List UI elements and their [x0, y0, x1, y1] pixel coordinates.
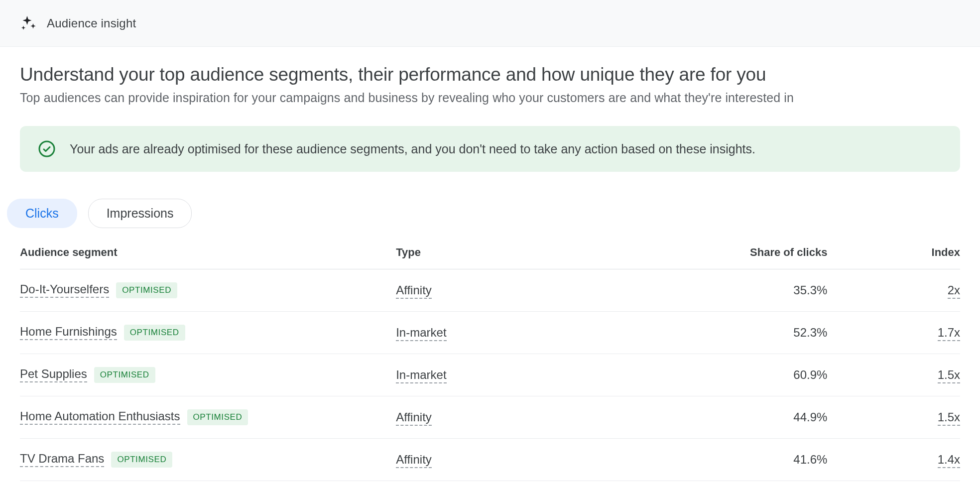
cell-segment: Do-It-YourselfersOPTIMISED [20, 269, 396, 312]
col-header-index: Index [847, 237, 960, 269]
banner-text: Your ads are already optimised for these… [70, 142, 755, 156]
cell-type: Affinity [396, 396, 678, 439]
index-value[interactable]: 1.7x [938, 326, 960, 341]
subheadline: Top audiences can provide inspiration fo… [20, 91, 960, 105]
cell-index: 1.4x [847, 439, 960, 481]
optimised-chip: OPTIMISED [111, 452, 172, 468]
svg-point-0 [39, 141, 54, 156]
cell-share: 52.3% [678, 312, 848, 354]
audience-table: Audience segment Type Share of clicks In… [20, 237, 960, 481]
optimised-chip: OPTIMISED [187, 409, 248, 425]
col-header-type: Type [396, 237, 678, 269]
segment-name[interactable]: Home Automation Enthusiasts [20, 409, 180, 425]
table-row: Pet SuppliesOPTIMISEDIn-market60.9%1.5x [20, 354, 960, 396]
cell-index: 1.5x [847, 396, 960, 439]
info-banner: Your ads are already optimised for these… [20, 126, 960, 172]
tab-impressions[interactable]: Impressions [88, 199, 192, 228]
table-row: TV Drama FansOPTIMISEDAffinity41.6%1.4x [20, 439, 960, 481]
cell-index: 2x [847, 269, 960, 312]
segment-name[interactable]: Home Furnishings [20, 325, 117, 340]
optimised-chip: OPTIMISED [116, 282, 177, 298]
metric-tabs: Clicks Impressions [7, 199, 960, 228]
table-row: Do-It-YourselfersOPTIMISEDAffinity35.3%2… [20, 269, 960, 312]
type-label[interactable]: Affinity [396, 453, 432, 468]
col-header-segment: Audience segment [20, 237, 396, 269]
type-label[interactable]: Affinity [396, 410, 432, 426]
optimised-chip: OPTIMISED [124, 325, 185, 341]
page-title: Audience insight [47, 16, 136, 30]
headline: Understand your top audience segments, t… [20, 63, 960, 87]
cell-index: 1.7x [847, 312, 960, 354]
cell-type: Affinity [396, 269, 678, 312]
type-label[interactable]: In-market [396, 368, 446, 383]
tab-clicks[interactable]: Clicks [7, 199, 77, 228]
index-value[interactable]: 1.4x [938, 453, 960, 468]
app-header: Audience insight [0, 0, 980, 47]
sparkle-icon [19, 14, 37, 32]
type-label[interactable]: In-market [396, 326, 446, 341]
segment-name[interactable]: Do-It-Yourselfers [20, 282, 109, 298]
cell-share: 41.6% [678, 439, 848, 481]
segment-name[interactable]: TV Drama Fans [20, 452, 104, 467]
cell-segment: Pet SuppliesOPTIMISED [20, 354, 396, 396]
cell-index: 1.5x [847, 354, 960, 396]
cell-share: 44.9% [678, 396, 848, 439]
index-value[interactable]: 2x [948, 283, 960, 299]
segment-name[interactable]: Pet Supplies [20, 367, 87, 382]
table-row: Home FurnishingsOPTIMISEDIn-market52.3%1… [20, 312, 960, 354]
optimised-chip: OPTIMISED [94, 367, 155, 383]
check-circle-icon [38, 140, 56, 158]
main-content: Understand your top audience segments, t… [0, 47, 980, 481]
col-header-share: Share of clicks [678, 237, 848, 269]
cell-segment: Home Automation EnthusiastsOPTIMISED [20, 396, 396, 439]
cell-type: In-market [396, 312, 678, 354]
cell-share: 35.3% [678, 269, 848, 312]
cell-type: In-market [396, 354, 678, 396]
cell-type: Affinity [396, 439, 678, 481]
cell-segment: Home FurnishingsOPTIMISED [20, 312, 396, 354]
cell-segment: TV Drama FansOPTIMISED [20, 439, 396, 481]
index-value[interactable]: 1.5x [938, 410, 960, 426]
index-value[interactable]: 1.5x [938, 368, 960, 383]
table-row: Home Automation EnthusiastsOPTIMISEDAffi… [20, 396, 960, 439]
type-label[interactable]: Affinity [396, 283, 432, 299]
cell-share: 60.9% [678, 354, 848, 396]
